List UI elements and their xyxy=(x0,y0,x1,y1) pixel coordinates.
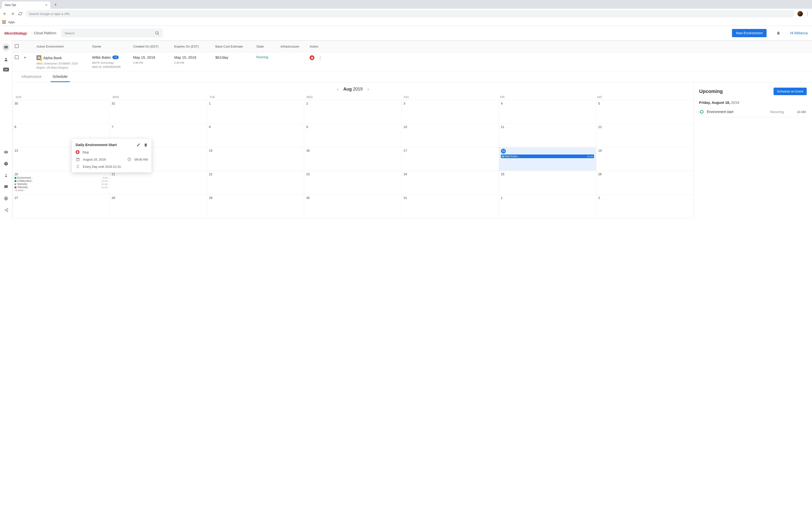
calendar-cell[interactable]: 1 xyxy=(207,100,304,124)
apps-icon[interactable] xyxy=(2,20,6,24)
calendar-cell[interactable]: 31 xyxy=(110,100,207,124)
prev-month-icon[interactable]: ‹ xyxy=(337,87,338,92)
calendar-cell[interactable]: 11 xyxy=(499,124,597,147)
col-created: Created On (EST) xyxy=(133,45,174,48)
delete-icon[interactable] xyxy=(144,143,148,147)
new-tab-button[interactable]: + xyxy=(52,1,59,8)
browser-chrome: New Tab × + Search Google or type a URL … xyxy=(0,0,812,26)
calendar-cell[interactable]: 12 xyxy=(596,124,694,147)
day-number: 5 xyxy=(598,102,692,105)
apps-label[interactable]: Apps xyxy=(8,20,15,24)
reload-button[interactable] xyxy=(18,11,23,16)
calendar-cell[interactable]: 27 xyxy=(12,194,110,218)
svg-point-4 xyxy=(5,58,7,59)
calendar-cell[interactable]: 29 xyxy=(207,194,304,218)
calendar-cell[interactable]: 2 xyxy=(596,194,694,218)
mini-event[interactable]: Collaboration .10 AM xyxy=(14,180,108,182)
col-action: Action xyxy=(310,45,329,48)
calendar-cell[interactable]: 22 xyxy=(207,171,304,194)
more-events-link[interactable]: +3 more xyxy=(14,189,108,192)
stop-action-icon[interactable] xyxy=(310,55,314,60)
rail-person-icon[interactable] xyxy=(2,171,10,179)
rail-globe-icon[interactable] xyxy=(2,194,10,202)
calendar-cell[interactable]: 18Daily Enviro…10 AM xyxy=(499,147,597,171)
calendar-cell[interactable]: 4 xyxy=(499,100,597,124)
day-number: 26 xyxy=(598,172,692,176)
rail-logout-icon[interactable] xyxy=(2,206,10,214)
calendar-cell[interactable]: 10 xyxy=(402,124,499,147)
calendar-cell[interactable]: 24 xyxy=(402,171,499,194)
tab-infrastructure[interactable]: Infrastructure xyxy=(19,72,43,82)
row-menu-icon[interactable]: ⋮ xyxy=(318,56,322,60)
calendar-cell[interactable]: 19 xyxy=(596,147,694,171)
env-meta: AWS | Enterprise | ID:56689 | 2019 Regio… xyxy=(37,62,92,69)
rail-feedback-icon[interactable] xyxy=(2,183,10,191)
col-owner: Owner xyxy=(92,45,133,48)
event-chip[interactable]: Daily Enviro…10 AM xyxy=(501,155,594,158)
popover-date: August 18, 2019 xyxy=(83,158,106,161)
rail-visibility-icon[interactable] xyxy=(2,148,10,156)
calendar-cell[interactable]: 3 xyxy=(402,100,499,124)
day-number: 25 xyxy=(501,172,594,176)
schedule-event-button[interactable]: Schedule an Event xyxy=(773,88,807,95)
mini-event[interactable]: Telemetry11 AM xyxy=(14,186,108,188)
upcoming-item-label: Environment start xyxy=(707,110,733,114)
calendar-cell[interactable]: 31 xyxy=(402,194,499,218)
rail-user-icon[interactable] xyxy=(2,56,10,63)
calendar-cell[interactable]: 2 xyxy=(304,100,402,124)
calendar-cell[interactable]: 8 xyxy=(207,124,304,147)
rail-api-icon[interactable]: API xyxy=(3,68,9,71)
browser-menu-icon[interactable]: ⋮ xyxy=(806,12,810,16)
calendar-cell[interactable]: 15 xyxy=(207,147,304,171)
svg-rect-3 xyxy=(4,48,8,49)
calendar-cell[interactable]: 30 xyxy=(304,194,402,218)
calendar-cell[interactable]: 9 xyxy=(304,124,402,147)
calendar-cell[interactable]: 16 xyxy=(304,147,402,171)
rail-help-icon[interactable]: ? xyxy=(2,160,10,168)
svg-rect-10 xyxy=(38,58,40,59)
search-input[interactable]: Search xyxy=(61,29,163,38)
tab-scheduler[interactable]: Scheduler xyxy=(51,72,69,82)
forward-button[interactable] xyxy=(10,11,15,16)
edit-icon[interactable] xyxy=(137,143,140,147)
browser-tab[interactable]: New Tab × xyxy=(2,1,50,9)
expand-icon[interactable]: ▶ xyxy=(24,56,27,59)
profile-avatar[interactable] xyxy=(798,11,803,16)
rail-environments-icon[interactable] xyxy=(2,44,10,51)
calendar-cell[interactable]: 20Environment ..9 AMCollaboration .10 AM… xyxy=(12,171,110,194)
calendar-cell[interactable]: 1 xyxy=(499,194,597,218)
row-checkbox[interactable] xyxy=(15,55,18,59)
logo-subtitle: Cloud Platform xyxy=(32,31,57,35)
day-number: 4 xyxy=(501,102,594,105)
mini-event[interactable]: Telemetry10 AM xyxy=(14,183,108,185)
next-month-icon[interactable]: › xyxy=(367,87,369,92)
calendar-cell[interactable]: 26 xyxy=(596,171,694,194)
notifications-icon[interactable] xyxy=(776,31,780,35)
omnibox[interactable]: Search Google or type a URL xyxy=(26,10,795,17)
upcoming-item[interactable]: Environment start Recurring 10 AM xyxy=(699,107,807,117)
user-greeting[interactable]: Hi Rebecca xyxy=(790,31,808,35)
calendar-cell[interactable]: 30 xyxy=(12,100,110,124)
environment-name[interactable]: Alpha Bank xyxy=(37,55,92,60)
close-icon[interactable]: × xyxy=(45,3,47,7)
calendar-cell[interactable]: 25 xyxy=(499,171,597,194)
day-number: 12 xyxy=(598,125,692,129)
calendar-cell[interactable]: 21 xyxy=(110,171,207,194)
omnibox-placeholder: Search Google or type a URL xyxy=(29,12,70,16)
calendar-cell[interactable]: 17 xyxy=(402,147,499,171)
upcoming-title: Upcoming xyxy=(699,89,723,94)
col-state: State xyxy=(256,45,281,48)
calendar-cell[interactable]: 23 xyxy=(304,171,402,194)
select-all-checkbox[interactable] xyxy=(15,44,18,48)
new-environment-button[interactable]: New Environment xyxy=(732,29,767,37)
logo: MicroStrategy xyxy=(4,31,27,35)
calendar-icon xyxy=(75,157,80,161)
calendar-cell[interactable]: 28 xyxy=(110,194,207,218)
weekday-label: WED xyxy=(305,96,401,99)
cost-value: $61/day xyxy=(215,55,256,59)
calendar-cell[interactable]: 5 xyxy=(596,100,694,124)
back-button[interactable] xyxy=(2,11,7,16)
calendar: ‹ Aug 2019 › SUNMONTUEWEDTHUFRISAT 30311… xyxy=(12,82,694,218)
mini-event[interactable]: Environment ..9 AM xyxy=(14,176,108,179)
popover-title: Daily Environment Start xyxy=(75,143,117,147)
